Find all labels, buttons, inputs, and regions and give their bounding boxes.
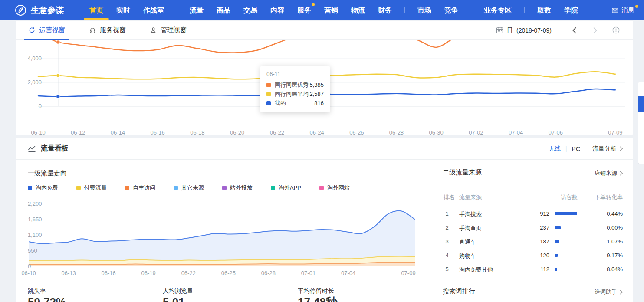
side-toolbar-active-item[interactable] <box>638 96 644 112</box>
legend-swatch <box>174 186 178 190</box>
legend-swatch <box>76 186 81 190</box>
info-icon[interactable] <box>611 26 620 35</box>
nav-item[interactable]: 实时 <box>116 0 130 20</box>
nav-item[interactable]: 交易 <box>243 0 257 20</box>
rank: 1 <box>444 210 450 217</box>
nav-item[interactable]: 内容 <box>270 0 284 20</box>
legend-item[interactable]: 淘内免费 <box>28 184 58 192</box>
stat-label: 跳失率 <box>28 287 163 295</box>
table-row[interactable]: 4购物车1209.17% <box>16 248 633 262</box>
visitors-value: 237 <box>506 224 549 231</box>
divider <box>28 283 623 283</box>
view-tab[interactable]: 管理视窗 <box>150 21 187 40</box>
axis-tick-label: 06-28 <box>386 129 407 136</box>
conversion-value: 0.00% <box>579 224 623 231</box>
nav-item[interactable]: 作战室 <box>143 0 164 20</box>
table-row[interactable]: 1手淘搜索9120.44% <box>16 207 633 220</box>
axis-tick-label: 07-04 <box>506 129 526 136</box>
shop-sources-link[interactable]: 店铺来源 <box>595 169 623 177</box>
prev-day-button[interactable] <box>570 26 578 35</box>
primary-traffic-title: 一级流量走向 <box>28 169 67 177</box>
rank: 2 <box>444 224 450 231</box>
axis-tick-label: 07-09 <box>605 129 626 136</box>
logo[interactable]: 生意参谋 <box>15 4 64 16</box>
source-name[interactable]: 手淘搜索 <box>459 210 482 218</box>
nav-item[interactable]: 财务 <box>378 0 392 20</box>
legend-item[interactable]: 淘外网站 <box>319 184 350 192</box>
legend-item[interactable]: 淘外APP <box>271 184 301 192</box>
nav-item[interactable]: 首页 <box>89 0 103 20</box>
legend-item[interactable]: 付费流量 <box>76 184 107 192</box>
nav-item[interactable]: 营销 <box>324 0 338 20</box>
visitors-value: 120 <box>506 252 549 259</box>
calendar-icon <box>496 26 503 34</box>
logo-text: 生意参谋 <box>31 5 64 16</box>
nav-separator <box>524 7 525 13</box>
col-source: 流量来源 <box>459 194 482 201</box>
source-name[interactable]: 手淘首页 <box>459 224 482 232</box>
nav-item[interactable]: 服务 <box>297 0 311 20</box>
source-name[interactable]: 直通车 <box>459 238 476 246</box>
nav-item[interactable]: 业务专区 <box>484 0 512 20</box>
visitors-bar <box>555 268 557 271</box>
visitors-bar <box>555 254 558 257</box>
legend-item[interactable]: 站外投放 <box>222 184 253 192</box>
nav-item[interactable]: 流量 <box>190 0 204 20</box>
nav-item[interactable]: 取数 <box>537 0 551 20</box>
legend-swatch <box>125 186 129 190</box>
toggle-wireless[interactable]: 无线 <box>549 145 561 153</box>
tooltip-row: 同行同层优秀5,385 <box>266 80 324 89</box>
axis-tick-label: 2,000 <box>18 79 42 86</box>
side-toolbar-divider <box>638 135 644 135</box>
refresh-icon <box>29 27 35 33</box>
message-button[interactable]: 消息 <box>612 6 634 14</box>
table-row[interactable]: 2手淘首页2370.00% <box>16 220 633 234</box>
legend-item[interactable]: 自主访问 <box>125 184 155 192</box>
rank: 5 <box>444 266 450 272</box>
view-tabs: 运营视窗服务视窗管理视窗 <box>29 21 211 40</box>
stat-value: 59.72% <box>28 296 163 302</box>
series-marker <box>266 92 271 96</box>
axis-tick-label: 06-14 <box>107 129 128 136</box>
chart-tooltip: 06-11 同行同层优秀5,385同行同层平均2,587我的816 <box>260 66 330 112</box>
view-tab[interactable]: 服务视窗 <box>89 21 126 40</box>
conversion-value: 1.07% <box>579 238 623 245</box>
nav-item[interactable]: 物流 <box>351 0 365 20</box>
table-row[interactable]: 3直通车1871.07% <box>16 234 633 248</box>
legend-swatch <box>222 186 227 190</box>
toggle-pc[interactable]: PC <box>572 145 580 152</box>
stat-block: 平均停留时长17.48秒 <box>298 287 433 302</box>
word-helper-link[interactable]: 选词助手 <box>595 288 623 296</box>
col-visitors: 访客数 <box>528 194 578 201</box>
tooltip-row: 我的816 <box>266 98 324 108</box>
source-name[interactable]: 淘内免费其他 <box>459 266 493 274</box>
view-tab[interactable]: 运营视窗 <box>29 21 65 40</box>
axis-tick-label: 4,000 <box>18 55 42 62</box>
axis-tick-label: 06-26 <box>346 129 367 136</box>
secondary-sources-title: 二级流量来源 <box>443 168 482 177</box>
nav-item[interactable]: 学院 <box>564 0 578 20</box>
nav-item[interactable]: 竞争 <box>444 0 458 20</box>
traffic-stats: 跳失率59.72%人均浏览量5.01平均停留时长17.48秒 <box>28 287 433 302</box>
visitors-bar <box>555 226 561 229</box>
view-tabbar: 运营视窗服务视窗管理视窗 日 (2018-07-09) <box>16 21 633 40</box>
traffic-analysis-link[interactable]: 流量分析 <box>592 145 623 153</box>
conversion-value: 9.17% <box>579 252 623 259</box>
stat-label: 平均停留时长 <box>298 287 433 295</box>
next-day-button[interactable] <box>591 26 599 35</box>
source-name[interactable]: 购物车 <box>459 252 476 260</box>
axis-tick-label: 06-24 <box>306 129 327 136</box>
rank: 3 <box>444 238 450 245</box>
chevron-right-icon <box>620 290 623 295</box>
nav-item[interactable]: 商品 <box>217 0 230 20</box>
axis-tick-label: 07-02 <box>466 129 486 136</box>
date-picker[interactable]: 日 (2018-07-09) <box>496 26 552 34</box>
legend-item[interactable]: 其它来源 <box>174 184 204 192</box>
side-toolbar-divider <box>638 144 644 144</box>
nav-item[interactable]: 市场 <box>417 0 431 20</box>
headset-icon <box>89 27 96 33</box>
page: 生意参谋 首页实时作战室流量商品交易内容服务营销物流财务市场竞争业务专区取数学院… <box>0 0 644 302</box>
table-row[interactable]: 5淘内免费其他1128.04% <box>16 262 633 276</box>
legend-swatch <box>28 186 32 190</box>
board-controls: 无线 | PC 流量分析 <box>549 145 623 153</box>
